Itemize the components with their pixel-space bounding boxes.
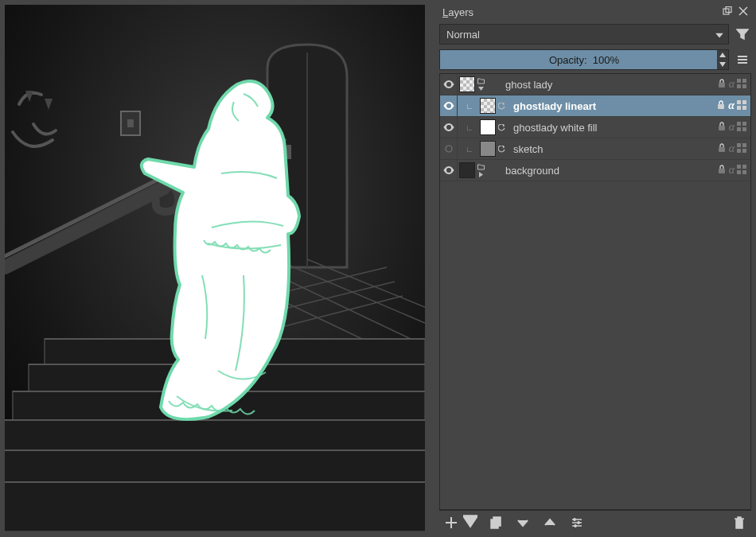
layer-row[interactable]: backgroundα <box>440 160 750 181</box>
alpha-icon[interactable]: α <box>729 164 735 177</box>
lock-icon[interactable] <box>716 142 727 156</box>
visibility-toggle[interactable] <box>440 117 458 138</box>
svg-rect-49 <box>742 143 746 147</box>
panel-title: Layers <box>442 6 723 18</box>
svg-rect-45 <box>742 127 746 131</box>
layer-indent: ∟ <box>459 102 480 111</box>
layer-name-label[interactable]: ghostlady white fill <box>509 122 716 134</box>
layer-thumbnail[interactable] <box>480 98 496 114</box>
layer-type-icon <box>496 146 507 153</box>
detach-icon[interactable] <box>723 6 732 18</box>
canvas-area <box>0 0 436 537</box>
alpha-icon[interactable]: α <box>729 121 735 134</box>
layer-name-label[interactable]: sketch <box>509 143 716 155</box>
add-layer-button[interactable] <box>442 514 460 531</box>
svg-rect-53 <box>737 165 741 169</box>
layer-row[interactable]: ∟ghostlady lineartα <box>440 95 750 117</box>
alpha-icon[interactable]: α <box>729 78 735 91</box>
layers-panel: Layers Normal Opacity: 100% <box>436 0 756 537</box>
lock-icon[interactable] <box>715 99 727 113</box>
svg-rect-48 <box>737 143 741 147</box>
svg-rect-4 <box>127 119 134 127</box>
layer-type-icon <box>475 77 486 92</box>
layer-row[interactable]: ∟sketchα <box>440 138 750 160</box>
layer-row[interactable]: ghost ladyα <box>440 74 750 95</box>
layer-thumb-area: ∟ <box>458 119 509 135</box>
opacity-step-down[interactable] <box>717 60 728 69</box>
filter-icon[interactable] <box>734 25 751 43</box>
svg-rect-37 <box>737 100 741 104</box>
visibility-toggle[interactable] <box>440 95 458 116</box>
svg-rect-35 <box>742 84 746 88</box>
panel-header: Layers <box>439 3 751 21</box>
alpha-icon[interactable]: α <box>729 142 735 155</box>
layer-name-label[interactable]: ghostlady lineart <box>509 100 715 112</box>
svg-rect-60 <box>493 517 501 526</box>
layer-toolbar <box>439 510 751 534</box>
layer-thumb-area <box>458 162 488 178</box>
svg-rect-50 <box>737 149 741 153</box>
duplicate-layer-button[interactable] <box>487 514 505 531</box>
opacity-slider[interactable]: Opacity: 100% <box>439 49 729 70</box>
layer-thumb-area: ∟ <box>458 141 509 157</box>
layer-list[interactable]: ghost ladyα∟ghostlady lineartα∟ghostlady… <box>439 73 751 510</box>
svg-rect-42 <box>737 122 741 126</box>
add-layer-menu-caret[interactable] <box>463 514 477 531</box>
layer-indent: ∟ <box>459 145 480 154</box>
svg-rect-43 <box>742 122 746 126</box>
svg-rect-41 <box>719 126 725 130</box>
layer-settings-button[interactable] <box>568 514 586 531</box>
lock-icon[interactable] <box>716 78 727 91</box>
svg-point-46 <box>446 146 452 152</box>
chevron-down-icon <box>715 29 723 41</box>
blend-mode-value: Normal <box>446 29 480 41</box>
artwork-illustration <box>5 5 425 531</box>
svg-rect-15 <box>5 420 425 450</box>
svg-rect-31 <box>719 83 725 88</box>
layer-name-label[interactable]: ghost lady <box>488 79 716 91</box>
visibility-toggle[interactable] <box>440 160 458 181</box>
menu-icon[interactable] <box>734 51 751 68</box>
svg-rect-34 <box>737 84 741 88</box>
blend-mode-dropdown[interactable]: Normal <box>439 24 729 45</box>
svg-rect-47 <box>719 147 725 152</box>
move-layer-down-button[interactable] <box>514 514 532 531</box>
svg-rect-39 <box>737 106 741 110</box>
pixel-lock-icon[interactable] <box>736 78 747 91</box>
opacity-step-up[interactable] <box>717 50 728 60</box>
svg-rect-16 <box>5 450 425 482</box>
close-icon[interactable] <box>738 6 748 18</box>
svg-point-64 <box>574 518 576 520</box>
lock-icon[interactable] <box>716 121 727 134</box>
pixel-lock-icon[interactable] <box>736 164 747 177</box>
svg-rect-55 <box>737 170 741 174</box>
opacity-label: Opacity: <box>549 54 587 66</box>
svg-rect-17 <box>5 482 425 531</box>
layer-thumb-area: ∟ <box>458 98 509 114</box>
visibility-toggle[interactable] <box>440 138 458 159</box>
pixel-lock-icon[interactable] <box>736 142 747 156</box>
svg-rect-38 <box>742 100 746 104</box>
pixel-lock-icon[interactable] <box>736 121 747 134</box>
layer-thumbnail[interactable] <box>480 119 496 135</box>
lock-icon[interactable] <box>716 164 727 177</box>
layer-thumbnail[interactable] <box>480 141 496 157</box>
svg-rect-54 <box>742 165 746 169</box>
layer-thumb-area <box>458 76 488 92</box>
layer-name-label[interactable]: background <box>488 165 716 177</box>
layer-type-icon <box>496 124 507 131</box>
layer-thumbnail[interactable] <box>459 162 475 178</box>
svg-rect-2 <box>286 145 291 159</box>
pixel-lock-icon[interactable] <box>736 99 747 113</box>
layer-thumbnail[interactable] <box>459 76 475 92</box>
delete-layer-button[interactable] <box>731 514 748 531</box>
canvas-viewport[interactable] <box>5 5 425 531</box>
svg-rect-36 <box>718 104 724 109</box>
alpha-icon[interactable]: α <box>728 99 735 112</box>
svg-rect-52 <box>719 169 725 173</box>
svg-point-66 <box>575 524 577 527</box>
layer-row[interactable]: ∟ghostlady white fillα <box>440 117 750 138</box>
svg-point-65 <box>578 521 580 523</box>
move-layer-up-button[interactable] <box>541 514 559 531</box>
visibility-toggle[interactable] <box>440 74 458 95</box>
